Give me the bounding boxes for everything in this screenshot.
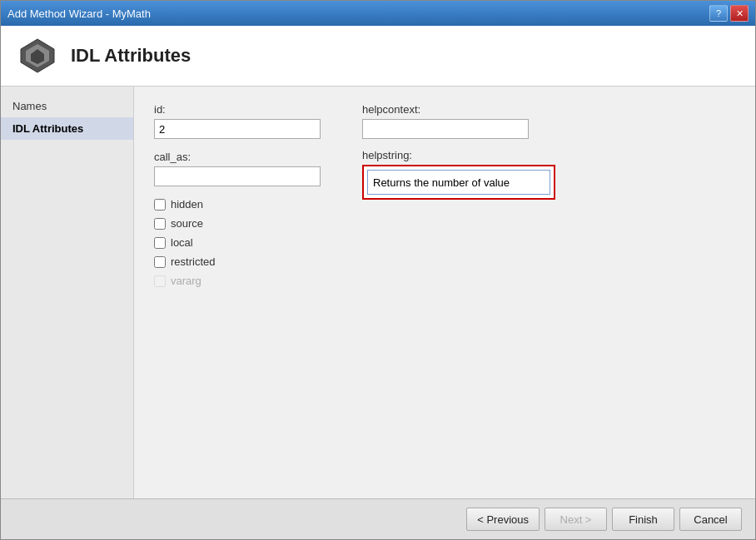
header-title: IDL Attributes (71, 45, 191, 67)
helpcontext-label: helpcontext: (362, 103, 555, 116)
title-bar: Add Method Wizard - MyMath ? ✕ (1, 1, 755, 26)
checkbox-hidden: hidden (154, 198, 321, 211)
left-column: id: call_as: hidden (154, 103, 321, 287)
id-input[interactable] (154, 119, 321, 139)
right-column: helpcontext: helpstring: (362, 103, 555, 287)
local-checkbox[interactable] (154, 237, 166, 249)
helpcontext-group: helpcontext: (362, 103, 555, 139)
sidebar-item-idl-attributes[interactable]: IDL Attributes (1, 117, 133, 140)
checkbox-restricted: restricted (154, 255, 321, 268)
source-label: source (171, 217, 203, 230)
hidden-checkbox[interactable] (154, 199, 166, 211)
title-bar-left: Add Method Wizard - MyMath (7, 7, 151, 20)
helpstring-wrapper (362, 165, 555, 200)
helpstring-group: helpstring: (362, 149, 555, 200)
restricted-label: restricted (171, 255, 215, 268)
id-label: id: (154, 103, 321, 116)
source-checkbox[interactable] (154, 218, 166, 230)
call-as-input[interactable] (154, 166, 321, 186)
previous-button[interactable]: < Previous (466, 508, 540, 531)
checkboxes-section: hidden source local restricted (154, 198, 321, 287)
main-content: id: call_as: hidden (134, 87, 755, 498)
sidebar-item-names[interactable]: Names (1, 95, 133, 117)
help-button[interactable]: ? (709, 5, 728, 22)
bottom-bar: < Previous Next > Finish Cancel (1, 498, 755, 539)
close-button[interactable]: ✕ (730, 5, 749, 22)
checkbox-vararg: vararg (154, 275, 321, 287)
header-section: IDL Attributes (1, 26, 755, 87)
helpstring-input[interactable] (367, 170, 550, 195)
window-title: Add Method Wizard - MyMath (7, 7, 151, 20)
local-label: local (171, 236, 193, 249)
checkbox-source: source (154, 217, 321, 230)
cancel-button[interactable]: Cancel (679, 508, 742, 531)
call-as-group: call_as: (154, 151, 321, 186)
checkbox-local: local (154, 236, 321, 249)
helpstring-label: helpstring: (362, 149, 555, 161)
vararg-checkbox[interactable] (154, 275, 166, 287)
call-as-label: call_as: (154, 151, 321, 163)
content-area: Names IDL Attributes id: call_as: (1, 87, 755, 498)
id-group: id: (154, 103, 321, 139)
next-button[interactable]: Next > (545, 508, 607, 531)
restricted-checkbox[interactable] (154, 256, 166, 268)
title-bar-buttons: ? ✕ (709, 5, 749, 22)
finish-button[interactable]: Finish (612, 508, 674, 531)
hidden-label: hidden (171, 198, 203, 211)
vararg-label: vararg (171, 275, 201, 287)
logo-icon (17, 36, 57, 76)
sidebar: Names IDL Attributes (1, 87, 134, 498)
helpcontext-input[interactable] (362, 119, 529, 139)
main-window: Add Method Wizard - MyMath ? ✕ IDL Attri… (0, 0, 756, 540)
columns-layout: id: call_as: hidden (154, 103, 735, 287)
